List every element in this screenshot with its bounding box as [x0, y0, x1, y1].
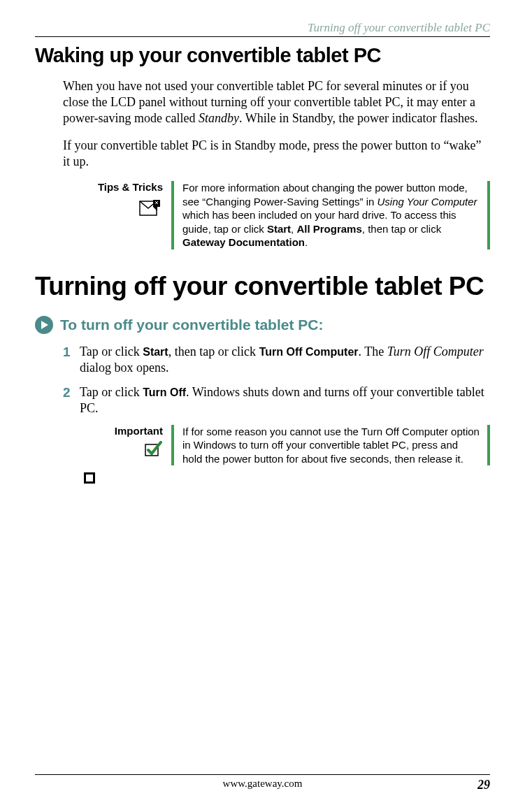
end-of-procedure-icon: [84, 472, 95, 484]
tips-and-tricks-callout: Tips & Tricks For more information about…: [84, 181, 490, 249]
text-bold: Turn Off: [143, 386, 186, 398]
tips-label: Tips & Tricks: [84, 181, 163, 193]
text-bold: Gateway Documentation: [182, 236, 305, 248]
important-label-column: Important: [84, 425, 171, 466]
page-footer: www.gateway.com 29: [35, 774, 490, 792]
text: Tap or click: [80, 345, 143, 358]
text: . While in Standby, the power indicator …: [239, 111, 477, 125]
text-bold: Start: [143, 346, 168, 358]
waking-paragraph-2: If your convertible tablet PC is in Stan…: [63, 138, 490, 170]
waking-paragraph-1: When you have not used your convertible …: [63, 78, 490, 126]
step-2-row: 2 Tap or click Turn Off. Windows shuts d…: [63, 384, 490, 416]
text: , then tap or click: [362, 223, 441, 235]
footer-url: www.gateway.com: [223, 778, 303, 790]
text-bold: Turn Off Computer: [259, 346, 359, 358]
howto-heading: To turn off your convertible tablet PC:: [60, 317, 323, 333]
tips-body: For more information about changing the …: [174, 181, 487, 249]
text: , then tap or click: [168, 345, 259, 358]
step-text: Tap or click Turn Off. Windows shuts dow…: [80, 384, 490, 416]
text: . The: [359, 345, 387, 358]
play-arrow-icon: [35, 316, 53, 334]
text-italic: Turn Off Computer: [387, 345, 484, 358]
top-rule: [35, 36, 490, 37]
text: dialog box opens.: [80, 361, 169, 375]
page-number: 29: [477, 778, 490, 792]
section-turning-off-title: Turning off your convertible tablet PC: [35, 273, 490, 300]
text-bold: Start: [267, 223, 291, 235]
step-1-row: 1 Tap or click Start, then tap or click …: [63, 344, 490, 376]
section-waking-title: Waking up your convertible tablet PC: [35, 44, 490, 67]
howto-heading-row: To turn off your convertible tablet PC:: [35, 316, 490, 334]
step-number: 2: [63, 384, 80, 416]
important-body: If for some reason you cannot use the Tu…: [174, 425, 487, 466]
important-callout: Important If for some reason you cannot …: [84, 425, 490, 466]
running-header: Turning off your convertible tablet PC: [35, 21, 490, 35]
checkmark-icon: [143, 441, 163, 460]
text-italic: Standby: [199, 111, 239, 125]
step-text: Tap or click Start, then tap or click Tu…: [80, 344, 490, 376]
important-label: Important: [84, 425, 163, 437]
tips-icon: [139, 197, 163, 220]
text: Tap or click: [80, 385, 143, 399]
text-italic: Using Your Computer: [377, 196, 477, 208]
step-number: 1: [63, 344, 80, 376]
text-bold: All Programs: [296, 223, 361, 235]
text: .: [305, 236, 308, 248]
tips-label-column: Tips & Tricks: [84, 181, 171, 249]
